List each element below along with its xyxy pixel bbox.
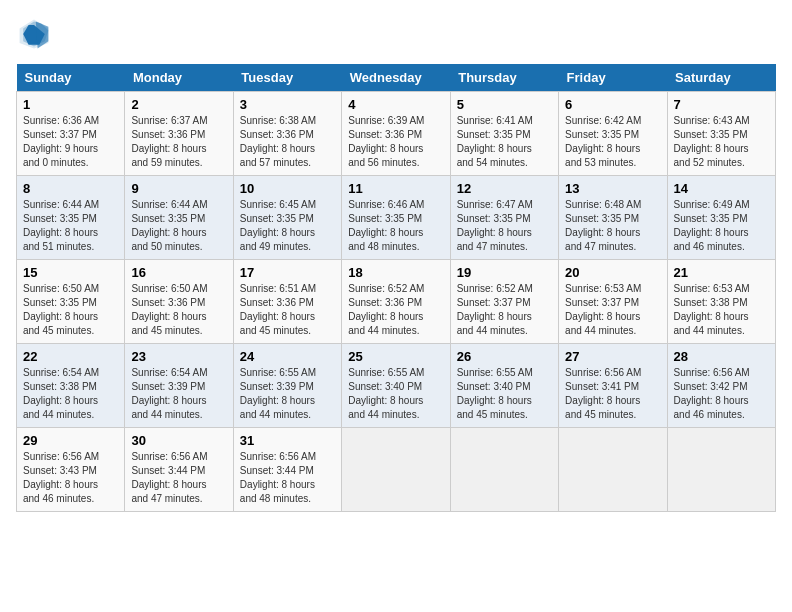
day-number: 18 [348,265,443,280]
day-number: 1 [23,97,118,112]
day-number: 4 [348,97,443,112]
day-number: 20 [565,265,660,280]
day-number: 28 [674,349,769,364]
day-info: Sunrise: 6:47 AM Sunset: 3:35 PM Dayligh… [457,198,552,254]
day-number: 24 [240,349,335,364]
day-number: 31 [240,433,335,448]
calendar-cell: 25Sunrise: 6:55 AM Sunset: 3:40 PM Dayli… [342,344,450,428]
day-info: Sunrise: 6:45 AM Sunset: 3:35 PM Dayligh… [240,198,335,254]
calendar-cell: 20Sunrise: 6:53 AM Sunset: 3:37 PM Dayli… [559,260,667,344]
calendar-cell: 22Sunrise: 6:54 AM Sunset: 3:38 PM Dayli… [17,344,125,428]
logo [16,16,56,52]
day-number: 10 [240,181,335,196]
calendar-cell: 2Sunrise: 6:37 AM Sunset: 3:36 PM Daylig… [125,92,233,176]
day-info: Sunrise: 6:53 AM Sunset: 3:37 PM Dayligh… [565,282,660,338]
col-saturday: Saturday [667,64,775,92]
day-info: Sunrise: 6:53 AM Sunset: 3:38 PM Dayligh… [674,282,769,338]
svg-marker-3 [36,21,49,48]
day-number: 17 [240,265,335,280]
calendar-cell [450,428,558,512]
day-number: 9 [131,181,226,196]
calendar-cell: 21Sunrise: 6:53 AM Sunset: 3:38 PM Dayli… [667,260,775,344]
calendar-cell: 28Sunrise: 6:56 AM Sunset: 3:42 PM Dayli… [667,344,775,428]
calendar-cell: 16Sunrise: 6:50 AM Sunset: 3:36 PM Dayli… [125,260,233,344]
day-info: Sunrise: 6:56 AM Sunset: 3:41 PM Dayligh… [565,366,660,422]
calendar-cell: 10Sunrise: 6:45 AM Sunset: 3:35 PM Dayli… [233,176,341,260]
day-info: Sunrise: 6:42 AM Sunset: 3:35 PM Dayligh… [565,114,660,170]
day-info: Sunrise: 6:36 AM Sunset: 3:37 PM Dayligh… [23,114,118,170]
calendar-header-row: Sunday Monday Tuesday Wednesday Thursday… [17,64,776,92]
calendar-cell [342,428,450,512]
calendar-cell: 14Sunrise: 6:49 AM Sunset: 3:35 PM Dayli… [667,176,775,260]
calendar-week-row: 29Sunrise: 6:56 AM Sunset: 3:43 PM Dayli… [17,428,776,512]
day-info: Sunrise: 6:38 AM Sunset: 3:36 PM Dayligh… [240,114,335,170]
calendar-week-row: 1Sunrise: 6:36 AM Sunset: 3:37 PM Daylig… [17,92,776,176]
day-info: Sunrise: 6:54 AM Sunset: 3:38 PM Dayligh… [23,366,118,422]
day-info: Sunrise: 6:44 AM Sunset: 3:35 PM Dayligh… [131,198,226,254]
calendar-cell: 8Sunrise: 6:44 AM Sunset: 3:35 PM Daylig… [17,176,125,260]
day-info: Sunrise: 6:51 AM Sunset: 3:36 PM Dayligh… [240,282,335,338]
day-number: 11 [348,181,443,196]
day-info: Sunrise: 6:50 AM Sunset: 3:36 PM Dayligh… [131,282,226,338]
calendar-cell: 4Sunrise: 6:39 AM Sunset: 3:36 PM Daylig… [342,92,450,176]
calendar-cell: 30Sunrise: 6:56 AM Sunset: 3:44 PM Dayli… [125,428,233,512]
day-number: 13 [565,181,660,196]
page-header [16,16,776,52]
calendar-cell: 12Sunrise: 6:47 AM Sunset: 3:35 PM Dayli… [450,176,558,260]
day-info: Sunrise: 6:52 AM Sunset: 3:36 PM Dayligh… [348,282,443,338]
calendar-cell: 9Sunrise: 6:44 AM Sunset: 3:35 PM Daylig… [125,176,233,260]
day-number: 2 [131,97,226,112]
calendar-table: Sunday Monday Tuesday Wednesday Thursday… [16,64,776,512]
day-number: 26 [457,349,552,364]
day-info: Sunrise: 6:50 AM Sunset: 3:35 PM Dayligh… [23,282,118,338]
day-info: Sunrise: 6:49 AM Sunset: 3:35 PM Dayligh… [674,198,769,254]
calendar-cell: 6Sunrise: 6:42 AM Sunset: 3:35 PM Daylig… [559,92,667,176]
day-number: 3 [240,97,335,112]
calendar-cell: 18Sunrise: 6:52 AM Sunset: 3:36 PM Dayli… [342,260,450,344]
day-number: 5 [457,97,552,112]
calendar-week-row: 15Sunrise: 6:50 AM Sunset: 3:35 PM Dayli… [17,260,776,344]
calendar-cell: 15Sunrise: 6:50 AM Sunset: 3:35 PM Dayli… [17,260,125,344]
day-info: Sunrise: 6:46 AM Sunset: 3:35 PM Dayligh… [348,198,443,254]
day-info: Sunrise: 6:52 AM Sunset: 3:37 PM Dayligh… [457,282,552,338]
col-thursday: Thursday [450,64,558,92]
calendar-cell: 13Sunrise: 6:48 AM Sunset: 3:35 PM Dayli… [559,176,667,260]
calendar-cell: 26Sunrise: 6:55 AM Sunset: 3:40 PM Dayli… [450,344,558,428]
day-number: 6 [565,97,660,112]
day-number: 27 [565,349,660,364]
day-info: Sunrise: 6:44 AM Sunset: 3:35 PM Dayligh… [23,198,118,254]
day-number: 12 [457,181,552,196]
day-info: Sunrise: 6:56 AM Sunset: 3:44 PM Dayligh… [240,450,335,506]
calendar-week-row: 22Sunrise: 6:54 AM Sunset: 3:38 PM Dayli… [17,344,776,428]
calendar-cell: 24Sunrise: 6:55 AM Sunset: 3:39 PM Dayli… [233,344,341,428]
day-number: 19 [457,265,552,280]
day-info: Sunrise: 6:43 AM Sunset: 3:35 PM Dayligh… [674,114,769,170]
calendar-cell: 5Sunrise: 6:41 AM Sunset: 3:35 PM Daylig… [450,92,558,176]
day-info: Sunrise: 6:56 AM Sunset: 3:43 PM Dayligh… [23,450,118,506]
day-number: 29 [23,433,118,448]
calendar-cell: 1Sunrise: 6:36 AM Sunset: 3:37 PM Daylig… [17,92,125,176]
calendar-week-row: 8Sunrise: 6:44 AM Sunset: 3:35 PM Daylig… [17,176,776,260]
col-wednesday: Wednesday [342,64,450,92]
calendar-cell: 17Sunrise: 6:51 AM Sunset: 3:36 PM Dayli… [233,260,341,344]
calendar-cell: 7Sunrise: 6:43 AM Sunset: 3:35 PM Daylig… [667,92,775,176]
day-info: Sunrise: 6:48 AM Sunset: 3:35 PM Dayligh… [565,198,660,254]
day-number: 16 [131,265,226,280]
day-number: 23 [131,349,226,364]
day-number: 21 [674,265,769,280]
calendar-cell: 19Sunrise: 6:52 AM Sunset: 3:37 PM Dayli… [450,260,558,344]
col-tuesday: Tuesday [233,64,341,92]
calendar-cell: 27Sunrise: 6:56 AM Sunset: 3:41 PM Dayli… [559,344,667,428]
day-info: Sunrise: 6:54 AM Sunset: 3:39 PM Dayligh… [131,366,226,422]
day-info: Sunrise: 6:56 AM Sunset: 3:42 PM Dayligh… [674,366,769,422]
calendar-cell: 29Sunrise: 6:56 AM Sunset: 3:43 PM Dayli… [17,428,125,512]
day-info: Sunrise: 6:56 AM Sunset: 3:44 PM Dayligh… [131,450,226,506]
calendar-cell: 11Sunrise: 6:46 AM Sunset: 3:35 PM Dayli… [342,176,450,260]
day-number: 25 [348,349,443,364]
day-number: 8 [23,181,118,196]
col-sunday: Sunday [17,64,125,92]
day-info: Sunrise: 6:55 AM Sunset: 3:40 PM Dayligh… [348,366,443,422]
day-number: 7 [674,97,769,112]
day-info: Sunrise: 6:37 AM Sunset: 3:36 PM Dayligh… [131,114,226,170]
logo-icon [16,16,52,52]
